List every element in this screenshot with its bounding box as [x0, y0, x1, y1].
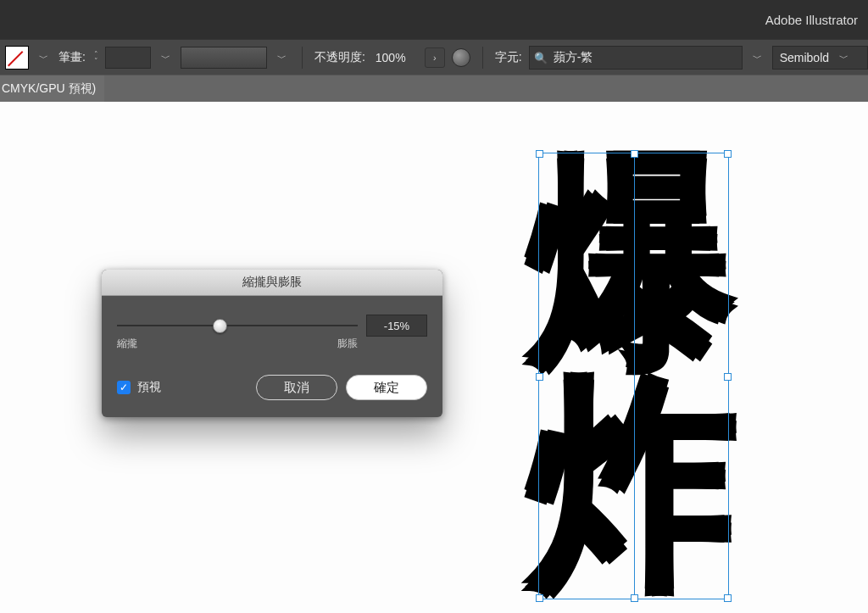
opacity-label: 不透明度: — [314, 50, 365, 65]
font-weight-value: Semibold — [780, 51, 829, 64]
dialog-title-bar[interactable]: 縮攏與膨脹 — [102, 270, 442, 296]
selection-center-guide — [634, 153, 635, 599]
font-family-input[interactable] — [552, 46, 742, 70]
preview-label: 預視 — [137, 380, 161, 395]
chevron-right-icon: › — [433, 53, 437, 63]
slider-thumb[interactable] — [213, 319, 227, 333]
dialog-footer: ✓ 預視 取消 確定 — [117, 375, 427, 400]
search-icon: 🔍 — [530, 52, 552, 64]
no-fill-swatch-icon[interactable] — [5, 46, 29, 70]
fill-dropdown-chevron-icon[interactable]: ﹀ — [36, 52, 52, 64]
stroke-weight-chevron-icon[interactable]: ﹀ — [158, 52, 174, 64]
selection-handle-tm[interactable] — [631, 150, 638, 158]
document-tab[interactable]: CMYK/GPU 預視) — [0, 75, 104, 103]
stroke-weight-stepper[interactable]: ˄ ˅ — [94, 51, 98, 64]
selection-handle-br[interactable] — [724, 594, 732, 602]
selection-handle-mr[interactable] — [724, 373, 732, 381]
stroke-profile-chevron-icon[interactable]: ﹀ — [274, 52, 290, 64]
document-tab-label: CMYK/GPU 預視) — [2, 81, 96, 97]
selection-handle-tl[interactable] — [536, 150, 543, 158]
slider-value-field[interactable]: -15% — [366, 315, 427, 337]
pucker-bloat-dialog: 縮攏與膨脹 -15% 縮攏 膨脹 ✓ 預視 取消 — [102, 270, 442, 417]
dialog-body: -15% 縮攏 膨脹 ✓ 預視 取消 確定 — [102, 296, 442, 417]
separator-2 — [482, 47, 483, 69]
checkbox-checked-icon: ✓ — [117, 381, 131, 394]
ok-button[interactable]: 確定 — [346, 375, 427, 400]
preview-checkbox[interactable]: ✓ 預視 — [117, 380, 161, 395]
app-title: Adobe Illustrator — [765, 13, 858, 27]
stroke-label: 筆畫: — [58, 50, 86, 65]
character-label: 字元: — [495, 50, 522, 65]
pucker-bloat-slider[interactable] — [117, 325, 358, 326]
cancel-button-label: 取消 — [284, 380, 309, 396]
app-title-bar: Adobe Illustrator — [0, 0, 868, 39]
font-weight-field[interactable]: Semibold ﹀ — [772, 46, 868, 70]
selection-handle-bm[interactable] — [631, 594, 638, 602]
opacity-expand-button[interactable]: › — [425, 47, 445, 68]
font-family-chevron-icon[interactable]: ﹀ — [749, 52, 765, 64]
ok-button-label: 確定 — [374, 380, 399, 396]
stroke-profile-well[interactable] — [181, 47, 267, 69]
cancel-button[interactable]: 取消 — [256, 375, 337, 400]
dialog-title: 縮攏與膨脹 — [242, 275, 302, 290]
stepper-down-icon[interactable]: ˅ — [94, 58, 98, 64]
graphic-style-icon[interactable] — [452, 48, 470, 67]
selection-handle-bl[interactable] — [536, 594, 543, 602]
font-weight-chevron-icon[interactable]: ﹀ — [836, 52, 852, 64]
selection-handle-tr[interactable] — [724, 150, 732, 158]
selection-handle-ml[interactable] — [536, 373, 543, 381]
control-bar: ﹀ 筆畫: ˄ ˅ ﹀ ﹀ 不透明度: 100% › 字元: 🔍 ﹀ Semib… — [0, 39, 868, 76]
stroke-weight-well[interactable] — [105, 47, 151, 69]
separator — [302, 47, 303, 69]
pucker-bloat-slider-row: -15% — [117, 311, 427, 340]
canvas[interactable]: 爆 炸 縮攏與膨脹 -15% 縮攏 膨脹 — [0, 102, 868, 613]
selection-bounding-box[interactable] — [538, 153, 729, 599]
document-tab-bar: CMYK/GPU 預視) — [0, 75, 868, 104]
opacity-value[interactable]: 100% — [372, 51, 418, 64]
font-family-field[interactable]: 🔍 — [529, 46, 743, 70]
